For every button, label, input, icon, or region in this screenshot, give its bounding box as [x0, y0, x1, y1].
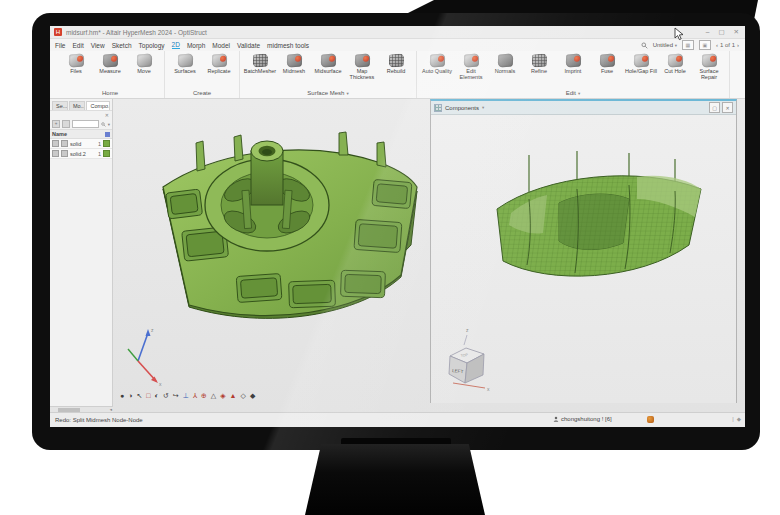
browser-search-icon[interactable] — [101, 122, 106, 127]
browser-search-input[interactable] — [72, 120, 99, 128]
menu-2d[interactable]: 2D — [172, 41, 180, 49]
viewport-tool-9-icon[interactable]: ⅄ — [193, 391, 197, 400]
viewport-tool-3-icon[interactable]: ↖ — [136, 391, 142, 400]
hole-gap-fill-icon — [633, 53, 649, 67]
menu-validate[interactable]: Validate — [237, 42, 260, 49]
search-icon[interactable] — [641, 42, 648, 49]
view-cube[interactable]: z TOP LEFT x — [443, 325, 493, 393]
cut-hole-button[interactable]: Cut Hole — [659, 53, 691, 88]
notification-icon[interactable] — [647, 416, 654, 423]
hole-gap-fill-button[interactable]: Hole/Gap Fill — [625, 53, 657, 88]
midsurface-button[interactable]: Midsurface — [312, 53, 344, 88]
column-name-header[interactable]: Name — [52, 131, 67, 137]
surfaces-icon — [177, 53, 193, 67]
viewport-tool-4-icon[interactable]: □ — [146, 391, 150, 400]
surfaces-button[interactable]: Surfaces — [169, 53, 201, 88]
tab-model[interactable]: Mo... — [69, 101, 86, 110]
solid-model — [149, 125, 423, 333]
ribbon-group-create-label: Create — [169, 88, 235, 98]
page-indicator: 1 of 1 — [720, 42, 735, 48]
components-close-button[interactable]: ✕ — [722, 102, 733, 113]
viewport-tool-14-icon[interactable]: ◇ — [241, 391, 246, 400]
status-diamond-icon[interactable]: ◆ — [737, 416, 741, 422]
browser-row-solid-2[interactable]: solid.2 1 — [50, 149, 112, 159]
menu-edit[interactable]: Edit — [72, 42, 83, 49]
refine-button[interactable]: Refine — [523, 53, 555, 88]
menu-morph[interactable]: Morph — [187, 42, 205, 49]
layout-icon[interactable]: ▦ — [682, 40, 694, 50]
color-swatch[interactable] — [103, 150, 110, 157]
menu-topology[interactable]: Topology — [139, 42, 165, 49]
map-thickness-icon — [354, 53, 370, 67]
rebuild-button[interactable]: Rebuild — [380, 53, 412, 88]
status-separator: | — [732, 416, 733, 422]
filter-icon[interactable] — [62, 120, 70, 128]
viewport-tool-13-icon[interactable]: ▲ — [230, 391, 237, 400]
page-navigator[interactable]: ‹ 1 of 1 › — [716, 42, 739, 48]
viewport-tool-2-icon[interactable]: ◑ — [128, 391, 132, 400]
graphics-viewport[interactable]: z x ● ◑ ↖ □ ◐ ↺ ↪ ⊥ ⅄ ⊕ — [113, 99, 745, 412]
components-restore-button[interactable]: ▢ — [709, 102, 720, 113]
add-icon[interactable]: + — [52, 120, 60, 128]
viewport-tool-7-icon[interactable]: ↪ — [173, 391, 179, 400]
viewport-tool-10-icon[interactable]: ⊕ — [201, 391, 207, 400]
browser-header-row: Name — [50, 129, 112, 139]
midmesh-button[interactable]: Midmesh — [278, 53, 310, 88]
menu-file[interactable]: File — [55, 42, 65, 49]
panel-close-icon[interactable]: ✕ — [50, 111, 112, 119]
imprint-button[interactable]: Imprint — [557, 53, 589, 88]
viewport-tool-8-icon[interactable]: ⊥ — [183, 391, 189, 400]
viewport-tool-12-icon[interactable]: ◈ — [220, 391, 225, 400]
rebuild-icon — [388, 53, 404, 67]
components-window-titlebar[interactable]: Components ▾ ▢ ✕ — [431, 101, 736, 115]
column-chooser-icon[interactable] — [105, 132, 110, 137]
replicate-button[interactable]: Replicate — [203, 53, 235, 88]
edit-elements-icon — [463, 53, 479, 67]
move-button[interactable]: Move — [128, 53, 160, 88]
search-caret-icon[interactable]: ▾ — [108, 122, 110, 127]
components-window-title: Components — [445, 105, 479, 111]
page-prev-icon: ‹ — [716, 42, 718, 48]
tab-components[interactable]: Compo... — [86, 101, 110, 110]
normals-button[interactable]: Normals — [489, 53, 521, 88]
measure-button[interactable]: Measure — [94, 53, 126, 88]
replicate-icon — [211, 53, 227, 67]
edit-elements-button[interactable]: Edit Elements — [455, 53, 487, 88]
map-thickness-button[interactable]: Map Thickness — [346, 53, 378, 88]
auto-quality-button[interactable]: Auto Quality — [421, 53, 453, 88]
color-swatch[interactable] — [103, 140, 110, 147]
pages-icon[interactable]: ▣ — [699, 40, 711, 50]
measure-icon — [102, 53, 118, 67]
viewport-tool-1-icon[interactable]: ● — [120, 391, 124, 400]
fuse-button[interactable]: Fuse — [591, 53, 623, 88]
files-icon — [68, 53, 84, 67]
page-next-icon: › — [737, 42, 739, 48]
components-viewport[interactable]: z TOP LEFT x — [431, 115, 736, 403]
files-button[interactable]: Files — [60, 53, 92, 88]
surface-repair-button[interactable]: Surface Repair — [693, 53, 725, 88]
viewport-tool-15-icon[interactable]: ◆ — [250, 391, 255, 400]
browser-toolbar: + ▾ — [50, 119, 112, 129]
minimize-button[interactable]: – — [706, 28, 710, 36]
entity-icon — [52, 150, 59, 157]
viewcube-z-label: z — [466, 327, 469, 333]
maximize-button[interactable]: ▢ — [718, 28, 724, 36]
menu-midmesh-tools[interactable]: midmesh tools — [267, 42, 309, 49]
viewport-tool-6-icon[interactable]: ↺ — [163, 391, 169, 400]
viewport-tool-5-icon[interactable]: ◐ — [155, 391, 159, 400]
components-caret-icon[interactable]: ▾ — [482, 105, 484, 110]
menu-model[interactable]: Model — [212, 42, 230, 49]
browser-row-solid[interactable]: solid 1 — [50, 139, 112, 149]
menu-view[interactable]: View — [91, 42, 105, 49]
batchmesher-button[interactable]: BatchMesher — [244, 53, 276, 88]
viewcube-x-label: x — [487, 386, 490, 392]
viewport-tool-11-icon[interactable]: △ — [211, 391, 216, 400]
user-session[interactable]: chongshuitong ! [6] — [553, 416, 612, 422]
tab-session[interactable]: Se... — [52, 101, 68, 110]
menu-sketch[interactable]: Sketch — [112, 42, 132, 49]
batchmesher-icon — [252, 53, 268, 67]
ribbon-group-surface-mesh-label: Surface Mesh▾ — [244, 88, 412, 98]
ribbon-group-edit-label: Edit▾ — [421, 88, 725, 98]
close-button[interactable]: ✕ — [734, 28, 739, 36]
session-selector[interactable]: Untitled ▾ — [653, 42, 677, 48]
